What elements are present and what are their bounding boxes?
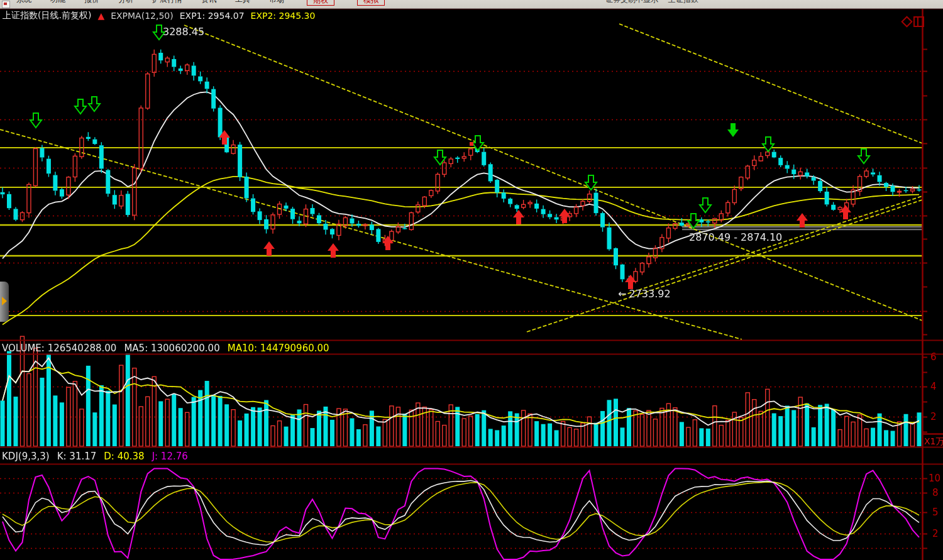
volume-unit-label: X1万 <box>924 436 943 447</box>
kdj-d-value: D: 40.38 <box>104 451 144 462</box>
kdj-axis-tick: 5 <box>932 507 939 518</box>
low-pointer-icon: ← <box>618 288 626 300</box>
indicator-name[interactable]: EXPMA(12,50) <box>111 11 174 21</box>
menu-item-market[interactable]: 市场 <box>269 0 284 6</box>
menu-item-analysis[interactable]: 分析 <box>118 0 133 6</box>
menu-item-news[interactable]: 资讯 <box>201 0 216 6</box>
up-arrow-icon: ▲ <box>97 11 104 21</box>
sidebar-expand-handle[interactable] <box>0 282 9 322</box>
volume-axis-tick: 6 <box>930 351 937 363</box>
menu-bar: 系统 功能 报价 分析 扩展行情 资讯 工具 市场 期权 模拟 证券交易不显示 … <box>0 0 943 9</box>
chart-canvas[interactable] <box>0 0 943 560</box>
kdj-j-value: J: 12.76 <box>152 451 188 462</box>
kdj-axis-tick: 2 <box>932 528 939 539</box>
volume-axis-tick: 4 <box>930 381 937 392</box>
volume-value[interactable]: VOLUME: 126540288.00 <box>2 343 116 354</box>
price-range-label: 2870.49 - 2874.10 <box>689 231 782 243</box>
volume-axis-tick: 2 <box>930 411 937 422</box>
menu-item-function[interactable]: 功能 <box>50 0 65 6</box>
low-price-label: ← 2733.92 <box>618 288 671 300</box>
high-price-label: 3288.45 <box>163 26 204 38</box>
expand-arrow-icon <box>2 297 7 305</box>
menu-item-options[interactable]: 期权 <box>307 0 334 6</box>
exp2-value: EXP2: 2945.30 <box>251 11 316 21</box>
low-price-value: 2733.92 <box>629 288 670 300</box>
exp1-value: EXP1: 2954.07 <box>180 11 245 21</box>
app-icon[interactable] <box>2 1 10 8</box>
menu-item-quotes[interactable]: 报价 <box>84 0 99 6</box>
main-chart-header: 上证指数(日线.前复权) ▲ EXPMA(12,50) EXP1: 2954.0… <box>3 10 315 21</box>
volume-ma5-value: MA5: 130060200.00 <box>124 343 219 354</box>
trading-terminal-window: 系统 功能 报价 分析 扩展行情 资讯 工具 市场 期权 模拟 证券交易不显示 … <box>0 0 943 560</box>
menu-item-system[interactable]: 系统 <box>16 0 31 6</box>
kdj-indicator-name[interactable]: KDJ(9,3,3) <box>2 451 50 462</box>
menu-item-tools[interactable]: 工具 <box>235 0 250 6</box>
menu-item-simulation[interactable]: 模拟 <box>357 0 385 6</box>
kdj-k-value: K: 31.17 <box>57 451 97 462</box>
menu-item-extended-quotes[interactable]: 扩展行情 <box>152 0 182 6</box>
symbol-title[interactable]: 上证指数(日线.前复权) <box>3 10 91 21</box>
kdj-axis-tick: 10 <box>929 473 940 484</box>
kdj-axis-tick: 8 <box>932 487 939 498</box>
menu-status-text: 证券交易不显示 上证指数 <box>605 0 698 4</box>
split-window-icon[interactable] <box>913 16 924 27</box>
volume-ma10-value: MA10: 144790960.00 <box>228 343 329 354</box>
volume-header: VOLUME: 126540288.00 MA5: 130060200.00 M… <box>2 343 329 354</box>
kdj-header: KDJ(9,3,3) K: 31.17 D: 40.38 J: 12.76 <box>2 451 188 462</box>
